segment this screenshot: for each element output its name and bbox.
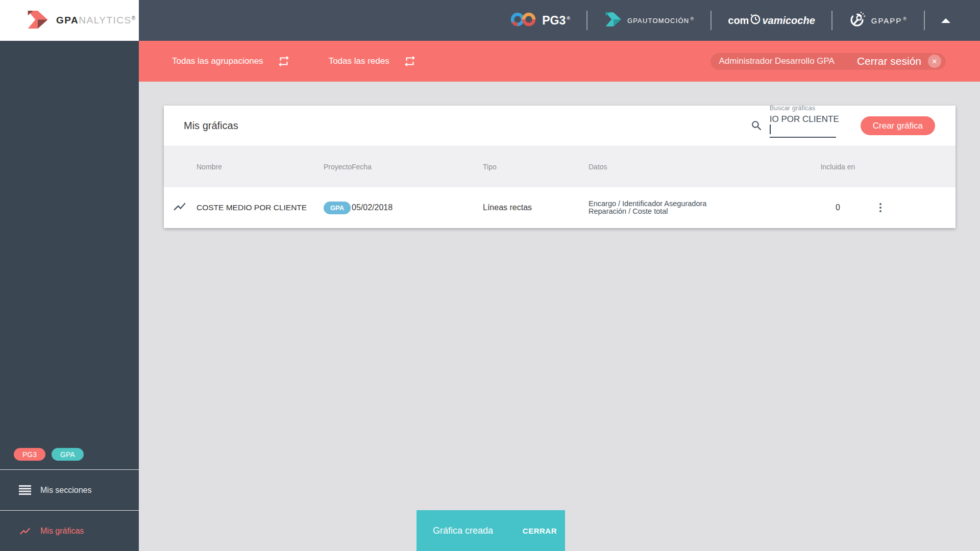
create-chart-button[interactable]: Crear gráfica (861, 116, 935, 135)
row-type: Líneas rectas (483, 203, 589, 212)
row-included-in: 0 (808, 203, 868, 212)
sidebar-item-mis-secciones[interactable]: Mis secciones (0, 469, 139, 510)
text-caret (770, 124, 771, 134)
collapse-header-icon[interactable] (941, 18, 950, 23)
column-header-tipo: Tipo (483, 163, 589, 171)
column-header-datos: Datos (589, 163, 808, 171)
gpanalytics-arrow-icon (26, 9, 49, 32)
snackbar-close-button[interactable]: CERRAR (523, 527, 557, 535)
comprovamicoche-text-left: com (728, 15, 749, 27)
swap-icon[interactable] (403, 55, 416, 68)
gpautomocion-logo[interactable]: GPAUTOMOCIÓN® (604, 11, 694, 30)
comprovamicoche-logo[interactable]: com vamicoche (728, 14, 815, 28)
page-title: Mis gráficas (184, 120, 750, 132)
search-input-label: Buscar gráficas (770, 104, 816, 112)
app-logo-text: GPANALYTICS® (56, 15, 136, 26)
row-name: COSTE MEDIO POR CLIENTE (197, 203, 324, 212)
gpapp-logo-text: GPAPP® (871, 16, 908, 25)
row-data-line1: Encargo / Identificador Aseguradora (589, 200, 808, 208)
sidebar: GPANALYTICS® PG3 GPA Mis secciones Mis g… (0, 0, 139, 551)
pg3-infinity-icon (510, 11, 536, 30)
header-divider (710, 11, 712, 30)
filter-bar: Todas las agrupaciones Todas las redes A… (139, 41, 980, 82)
row-data-line2: Reparación / Coste total (589, 208, 808, 215)
table-row[interactable]: COSTE MEDIO POR CLIENTE GPA 05/02/2018 L… (164, 187, 955, 228)
mis-graficas-card: Mis gráficas Buscar gráficas IO POR CLIE… (164, 106, 955, 228)
top-header: PG3® GPAUTOMOCIÓN® com vamicoche (139, 0, 980, 41)
line-chart-icon (18, 525, 32, 537)
kebab-menu-icon[interactable] (879, 203, 881, 212)
search-area: Buscar gráficas IO POR CLIENTE Crear grá… (750, 114, 935, 138)
row-data-cell: Encargo / Identificador Aseguradora Repa… (589, 200, 808, 215)
pg3-logo-text: PG3® (542, 14, 570, 28)
pg3-badge[interactable]: PG3 (14, 448, 45, 461)
table-header: Nombre Proyecto Fecha Tipo Datos Incluid… (164, 146, 955, 187)
gpa-badge[interactable]: GPA (52, 448, 84, 461)
snackbar: Gráfica creada CERRAR (416, 510, 565, 551)
close-session-icon[interactable]: ✕ (928, 55, 941, 68)
menu-icon (18, 485, 32, 495)
gpautomocion-logo-text: GPAUTOMOCIÓN® (627, 16, 694, 24)
snackbar-message: Gráfica creada (433, 525, 493, 536)
search-input[interactable]: Buscar gráficas IO POR CLIENTE (770, 114, 836, 138)
row-actions-cell (868, 203, 893, 212)
sidebar-item-label: Mis secciones (40, 486, 91, 495)
logout-button[interactable]: Cerrar sesión (857, 55, 921, 67)
column-header-nombre: Nombre (197, 163, 324, 171)
sidebar-item-label: Mis gráficas (40, 527, 84, 536)
search-input-value: IO POR CLIENTE (770, 114, 839, 124)
search-icon[interactable] (750, 119, 763, 132)
card-header: Mis gráficas Buscar gráficas IO POR CLIE… (164, 106, 955, 146)
column-header-incluida-en: Incluida en (808, 163, 868, 171)
line-chart-icon (173, 199, 187, 216)
gpapp-logo[interactable]: GPAPP® (849, 11, 908, 30)
header-divider (924, 11, 925, 30)
swap-icon[interactable] (277, 55, 290, 68)
row-icon-cell (164, 199, 197, 216)
header-divider (831, 11, 832, 30)
row-date: 05/02/2018 (352, 203, 483, 212)
row-project-cell: GPA (324, 202, 352, 214)
sidebar-badges: PG3 GPA (14, 448, 84, 461)
gpautomocion-arrow-icon (604, 11, 622, 30)
comprovamicoche-text-right: vamicoche (762, 15, 815, 27)
filter-agrupaciones[interactable]: Todas las agrupaciones (172, 55, 290, 68)
user-name: Administrador Desarrollo GPA (719, 56, 835, 66)
gpapp-wrench-icon (849, 11, 866, 30)
filter-redes[interactable]: Todas las redes (329, 55, 416, 68)
clock-icon (750, 14, 761, 28)
column-header-proyecto: Proyecto (324, 163, 352, 171)
app-logo[interactable]: GPANALYTICS® (0, 0, 139, 41)
project-badge: GPA (324, 202, 351, 214)
sidebar-item-mis-graficas[interactable]: Mis gráficas (0, 510, 139, 551)
session-pill: Administrador Desarrollo GPA Cerrar sesi… (710, 53, 946, 70)
header-divider (586, 11, 587, 30)
filter-agrupaciones-label: Todas las agrupaciones (172, 56, 263, 66)
filter-redes-label: Todas las redes (329, 56, 389, 66)
column-header-fecha: Fecha (352, 163, 483, 171)
pg3-logo[interactable]: PG3® (510, 11, 570, 30)
